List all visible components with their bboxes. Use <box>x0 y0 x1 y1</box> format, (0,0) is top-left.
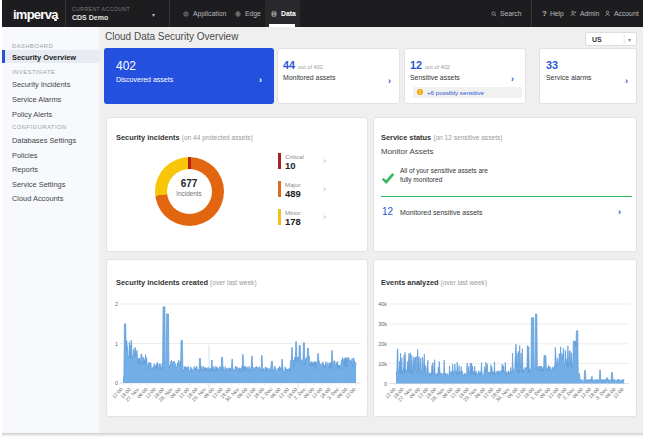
svg-text:20k: 20k <box>378 341 387 347</box>
svg-text:30k: 30k <box>378 321 387 327</box>
svg-text:10k: 10k <box>378 361 387 367</box>
svg-text:0: 0 <box>384 381 387 387</box>
svg-text:40k: 40k <box>378 301 387 307</box>
